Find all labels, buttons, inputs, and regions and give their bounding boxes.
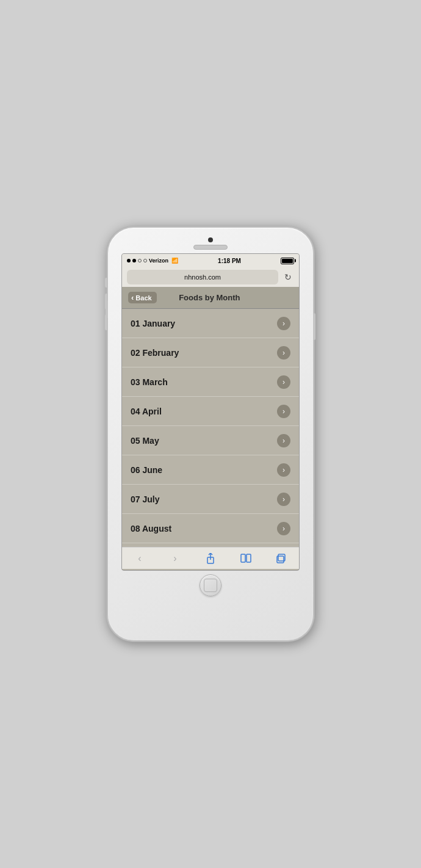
signal-dot-2 xyxy=(132,259,136,262)
signal-dot-1 xyxy=(127,259,131,262)
bookmarks-button[interactable] xyxy=(234,554,258,563)
chevron-right-icon: › xyxy=(277,522,290,535)
battery-icon xyxy=(281,258,294,264)
forward-nav-button[interactable]: › xyxy=(163,553,187,564)
chevron-right-icon: › xyxy=(277,317,290,330)
bottom-toolbar: ‹ › xyxy=(122,547,299,569)
home-button-icon xyxy=(204,579,217,592)
url-bar-area: nhnosh.com ↻ xyxy=(122,267,299,287)
status-left: Verizon 📶 xyxy=(127,258,178,264)
page-title: Foods by Month xyxy=(126,293,293,302)
back-nav-button[interactable]: ‹ xyxy=(128,553,152,564)
speaker-grille xyxy=(193,245,228,250)
list-item[interactable]: 02 February› xyxy=(122,338,299,367)
month-label: 07 July xyxy=(131,494,159,504)
month-label: 02 February xyxy=(131,348,179,358)
list-item[interactable]: 01 January› xyxy=(122,309,299,338)
nav-header: ‹ Back Foods by Month xyxy=(122,287,299,309)
time-display: 1:18 PM xyxy=(218,258,241,264)
screen: Verizon 📶 1:18 PM nhnosh.com ↻ ‹ Back F xyxy=(121,253,300,571)
list-item[interactable]: 04 April› xyxy=(122,397,299,426)
month-label: 01 January xyxy=(131,319,175,328)
mute-button[interactable] xyxy=(105,278,107,288)
phone-frame: Verizon 📶 1:18 PM nhnosh.com ↻ ‹ Back F xyxy=(107,226,314,642)
month-label: 08 August xyxy=(131,524,171,533)
chevron-right-icon: › xyxy=(277,463,290,477)
list-item[interactable]: 07 July› xyxy=(122,485,299,514)
list-item[interactable]: 03 March› xyxy=(122,367,299,397)
tabs-button[interactable] xyxy=(269,554,293,563)
wifi-icon: 📶 xyxy=(171,258,178,264)
signal-dot-4 xyxy=(143,259,147,262)
carrier-label: Verizon xyxy=(149,258,168,264)
list-item[interactable]: 05 May› xyxy=(122,426,299,455)
month-label: 06 June xyxy=(131,465,162,475)
phone-top xyxy=(113,235,308,253)
url-text: nhnosh.com xyxy=(184,273,221,281)
chevron-right-icon: › xyxy=(277,434,290,447)
chevron-right-icon: › xyxy=(277,346,290,360)
month-label: 03 March xyxy=(131,377,168,387)
chevron-right-icon: › xyxy=(277,405,290,418)
volume-up-button[interactable] xyxy=(105,294,107,309)
reload-button[interactable]: ↻ xyxy=(282,272,294,282)
month-list: 01 January›02 February›03 March›04 April… xyxy=(122,309,299,547)
share-button[interactable] xyxy=(198,553,223,564)
list-item[interactable]: 08 August› xyxy=(122,514,299,543)
volume-down-button[interactable] xyxy=(105,314,107,330)
chevron-right-icon: › xyxy=(277,375,290,389)
camera-icon xyxy=(208,237,213,242)
status-right xyxy=(281,258,294,264)
home-button-area xyxy=(113,574,308,596)
list-item[interactable]: 06 June› xyxy=(122,455,299,485)
battery-fill xyxy=(282,259,293,263)
month-label: 05 May xyxy=(131,436,159,446)
url-bar[interactable]: nhnosh.com xyxy=(127,270,278,284)
home-button[interactable] xyxy=(200,574,221,596)
svg-rect-2 xyxy=(246,554,251,562)
chevron-right-icon: › xyxy=(277,493,290,506)
month-label: 04 April xyxy=(131,407,162,416)
svg-rect-1 xyxy=(241,554,245,562)
status-bar: Verizon 📶 1:18 PM xyxy=(122,254,299,267)
signal-dot-3 xyxy=(138,259,142,262)
